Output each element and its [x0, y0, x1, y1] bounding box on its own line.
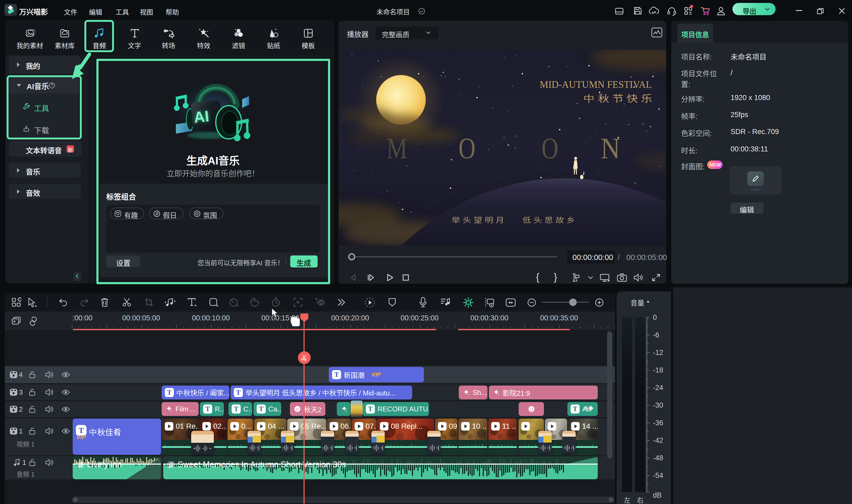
svg-text:N: N	[601, 132, 620, 165]
svg-text:M: M	[387, 132, 407, 165]
svg-text:MID-AUTUMN FESTIVAL: MID-AUTUMN FESTIVAL	[540, 79, 652, 90]
svg-text:O: O	[542, 132, 558, 165]
svg-text:O: O	[459, 132, 476, 165]
svg-text:低 头 思 故 乡: 低 头 思 故 乡	[522, 216, 575, 224]
svg-text:举 头 望 明 月: 举 头 望 明 月	[451, 216, 504, 224]
svg-text:中 秋 节 快 乐: 中 秋 节 快 乐	[584, 93, 652, 104]
